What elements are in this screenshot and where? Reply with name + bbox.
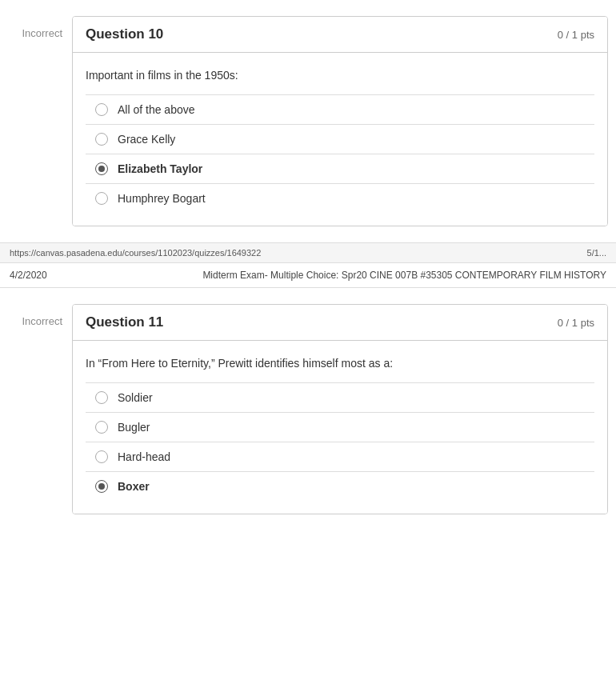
status-bar-page: 5/1...	[587, 248, 606, 258]
question-10-section: Incorrect Question 10 0 / 1 pts Importan…	[0, 0, 616, 242]
list-item[interactable]: Boxer	[86, 472, 594, 501]
radio-q11-b1[interactable]	[95, 391, 108, 404]
list-item[interactable]: Grace Kelly	[86, 125, 594, 154]
answer-text-q10-a3: Elizabeth Taylor	[118, 162, 202, 175]
question-11-pts: 0 / 1 pts	[558, 317, 594, 329]
status-bar: https://canvas.pasadena.edu/courses/1102…	[0, 242, 616, 262]
radio-q11-b2[interactable]	[95, 421, 108, 434]
incorrect-label-10: Incorrect	[0, 16, 72, 39]
question-11-title: Question 11	[86, 314, 163, 330]
list-item[interactable]: Bugler	[86, 413, 594, 442]
question-11-wrapper: Incorrect Question 11 0 / 1 pts In “From…	[0, 296, 616, 522]
question-11-answer-list: Soldier Bugler Hard-head Box	[86, 382, 594, 501]
radio-q10-a4[interactable]	[95, 192, 108, 205]
question-10-text: Important in films in the 1950s:	[86, 69, 594, 82]
answer-text-q11-b4: Boxer	[118, 480, 150, 493]
incorrect-label-11: Incorrect	[0, 304, 72, 327]
radio-q10-a1[interactable]	[95, 103, 108, 116]
question-10-wrapper: Incorrect Question 10 0 / 1 pts Importan…	[0, 8, 616, 234]
question-10-pts: 0 / 1 pts	[558, 29, 594, 41]
list-item[interactable]: Humphrey Bogart	[86, 184, 594, 213]
list-item[interactable]: Elizabeth Taylor	[86, 154, 594, 184]
question-11-body: In “From Here to Eternity,” Prewitt iden…	[73, 341, 607, 514]
list-item[interactable]: Soldier	[86, 383, 594, 413]
question-11-box: Question 11 0 / 1 pts In “From Here to E…	[72, 304, 608, 514]
radio-inner-q10-a3	[98, 166, 105, 172]
question-11-header: Question 11 0 / 1 pts	[73, 305, 607, 341]
question-10-title: Question 10	[86, 26, 163, 42]
answer-text-q11-b3: Hard-head	[118, 450, 170, 463]
question-10-header: Question 10 0 / 1 pts	[73, 17, 607, 53]
question-11-text: In “From Here to Eternity,” Prewitt iden…	[86, 357, 594, 370]
status-bar-url: https://canvas.pasadena.edu/courses/1102…	[10, 248, 261, 258]
answer-text-q10-a2: Grace Kelly	[118, 133, 175, 146]
radio-q11-b3[interactable]	[95, 450, 108, 463]
answer-text-q11-b1: Soldier	[118, 391, 153, 404]
radio-q10-a3[interactable]	[95, 162, 108, 175]
radio-inner-q11-b4	[98, 483, 105, 490]
exam-title: Midterm Exam- Multiple Choice: Spr20 CIN…	[202, 270, 606, 281]
question-11-section: Incorrect Question 11 0 / 1 pts In “From…	[0, 288, 616, 530]
answer-text-q10-a4: Humphrey Bogart	[118, 192, 206, 205]
exam-header: 4/2/2020 Midterm Exam- Multiple Choice: …	[0, 262, 616, 288]
exam-date: 4/2/2020	[10, 270, 47, 281]
question-10-body: Important in films in the 1950s: All of …	[73, 53, 607, 226]
radio-q10-a2[interactable]	[95, 133, 108, 146]
list-item[interactable]: All of the above	[86, 95, 594, 125]
answer-text-q10-a1: All of the above	[118, 103, 195, 116]
radio-q11-b4[interactable]	[95, 480, 108, 493]
list-item[interactable]: Hard-head	[86, 442, 594, 472]
question-10-answer-list: All of the above Grace Kelly Elizabeth T…	[86, 94, 594, 213]
answer-text-q11-b2: Bugler	[118, 421, 150, 434]
question-10-box: Question 10 0 / 1 pts Important in films…	[72, 16, 608, 226]
